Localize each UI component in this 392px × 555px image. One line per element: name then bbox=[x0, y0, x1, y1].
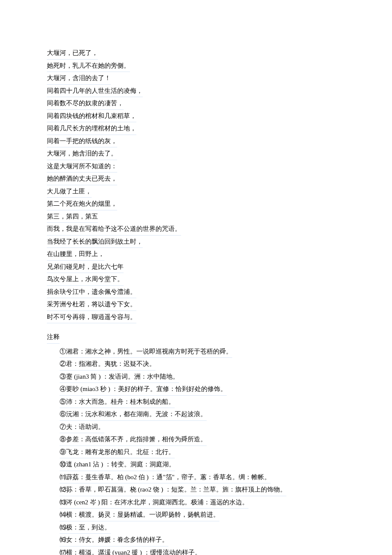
note-item: ①湘君：湘水之神，男性。一说即巡视南方时死于苍梧的舜。 bbox=[47, 345, 345, 358]
note-item: ⑩邅 (zhan1 沾 ) ：转变。洞庭：洞庭湖。 bbox=[47, 458, 345, 471]
poem-line-text: 这是大堰河所不知道的： bbox=[47, 160, 117, 173]
poem-line: 同着四十几年的人世生活的凌侮， bbox=[47, 85, 345, 98]
poem-line: 大堰河，已死了， bbox=[47, 47, 345, 60]
note-item-text: ①湘君：湘水之神，男性。一说即巡视南方时死于苍梧的舜。 bbox=[60, 345, 232, 358]
poem-line-text: 同着几尺长方的埋棺材的土地， bbox=[47, 122, 136, 135]
poem-line-text: 她死时，乳儿不在她的旁侧。 bbox=[47, 60, 130, 72]
poem-line-text: 同着四块钱的棺材和几束稻草， bbox=[47, 110, 136, 123]
poem-line-text: 当我经了长长的飘泊回到故土时， bbox=[47, 236, 143, 248]
note-item: ⑨飞龙：雕有龙形的船只。北征：北行。 bbox=[47, 446, 345, 459]
notes-title: 注释 bbox=[47, 331, 345, 344]
poem-line: 鸟次兮屋上，水周兮堂下。 bbox=[47, 273, 345, 286]
note-item-text: ⑿荪：香草，即石菖蒲。桡 (rao2 饶 ) ：短桨。兰：兰草。旌：旗杆顶上的饰… bbox=[60, 483, 286, 496]
note-item: ⑾薜荔：蔓生香草。柏 (bo2 伯 ) ：通"箔"，帘子。蕙：香草名。绸：帷帐。 bbox=[47, 471, 345, 484]
poem-line-text: 鸟次兮屋上，水周兮堂下。 bbox=[47, 273, 124, 286]
poem-line: 捐余玦兮江中，遗余佩兮澧浦。 bbox=[47, 286, 345, 299]
poem-line: 时不可兮再得，聊逍遥兮容与。 bbox=[47, 311, 345, 324]
poem-line: 她的醉酒的丈夫已死去， bbox=[47, 173, 345, 185]
poem-line-text: 而我，我是在写着给予这不公道的世界的咒语。 bbox=[47, 223, 181, 236]
note-item: ⑦夫：语助词。 bbox=[47, 421, 345, 434]
note-item-text: ⑥沅湘：沅水和湘水，都在湖南。无波：不起波浪。 bbox=[60, 408, 207, 421]
poem-line: 同着数不尽的奴隶的凄苦， bbox=[47, 97, 345, 110]
note-item-text: ⑤沛：水大而急。桂舟：桂木制成的船。 bbox=[60, 396, 175, 408]
poem-line-text: 第二个死在炮火的烟里， bbox=[47, 198, 117, 210]
poem-line: 兄弟们碰见时，是比六七年 bbox=[47, 261, 345, 273]
note-item: ⒀涔 (cen2 岑 ) 阳：在涔水北岸，洞庭湖西北。极浦：遥远的水边。 bbox=[47, 496, 345, 509]
note-item-text: ⒃女：侍女。婵媛：眷念多情的样子。 bbox=[60, 534, 168, 546]
poem-line-text: 兄弟们碰见时，是比六七年 bbox=[47, 261, 124, 273]
poem-line: 大堰河，她含泪的去了。 bbox=[47, 147, 345, 160]
poem-line-text: 第三，第四，第五 bbox=[47, 210, 98, 223]
note-item: ⒂极：至，到达。 bbox=[47, 521, 345, 534]
poem-line-text: 大儿做了土匪， bbox=[47, 185, 92, 198]
note-item-text: ⑾薜荔：蔓生香草。柏 (bo2 伯 ) ：通"箔"，帘子。蕙：香草名。绸：帷帐。 bbox=[60, 471, 271, 484]
poem-line: 这是大堰河所不知道的： bbox=[47, 160, 345, 173]
note-item: ⑤沛：水大而急。桂舟：桂木制成的船。 bbox=[47, 396, 345, 408]
poem-line-text: 时不可兮再得，聊逍遥兮容与。 bbox=[47, 311, 136, 324]
poem-line-text: 在山腰里，田野上， bbox=[47, 248, 104, 261]
poem-line-text: 同着数不尽的奴隶的凄苦， bbox=[47, 97, 124, 110]
note-item-text: ③蹇 (jian3 简 ) ：发语词。洲：水中陆地。 bbox=[60, 371, 179, 383]
poem-line: 同着一手把的纸钱的灰， bbox=[47, 135, 345, 148]
poem-line: 大儿做了土匪， bbox=[47, 185, 345, 198]
poem-block: 大堰河，已死了，她死时，乳儿不在她的旁侧。大堰河，含泪的去了！同着四十几年的人世… bbox=[47, 47, 345, 323]
poem-line: 大堰河，含泪的去了！ bbox=[47, 72, 345, 85]
poem-line: 她死时，乳儿不在她的旁侧。 bbox=[47, 60, 345, 72]
note-item: ②君：指湘君。夷犹：迟疑不决。 bbox=[47, 358, 345, 371]
note-item: ⒁横：横渡。扬灵：显扬精诚。一说即扬舲，扬帆前进。 bbox=[47, 509, 345, 521]
note-item-text: ⒂极：至，到达。 bbox=[60, 521, 111, 534]
poem-line: 而我，我是在写着给予这不公道的世界的咒语。 bbox=[47, 223, 345, 236]
poem-line-text: 她的醉酒的丈夫已死去， bbox=[47, 173, 117, 185]
poem-line-text: 大堰河，含泪的去了！ bbox=[47, 72, 111, 85]
poem-line-text: 同着四十几年的人世生活的凌侮， bbox=[47, 85, 143, 98]
poem-line-text: 大堰河，已死了， bbox=[47, 47, 98, 60]
note-item: ⒄横：横溢。潺湲 (yuan2 援 ) ：缓慢流动的样子。 bbox=[47, 546, 345, 555]
note-item: ④要眇 (miao3 秒 ) ：美好的样子。宜修：恰到好处的修饰。 bbox=[47, 383, 345, 396]
notes-block: 注释 ①湘君：湘水之神，男性。一说即巡视南方时死于苍梧的舜。②君：指湘君。夷犹：… bbox=[47, 331, 345, 555]
poem-line: 在山腰里，田野上， bbox=[47, 248, 345, 261]
note-item: ③蹇 (jian3 简 ) ：发语词。洲：水中陆地。 bbox=[47, 371, 345, 383]
note-item-text: ⒁横：横渡。扬灵：显扬精诚。一说即扬舲，扬帆前进。 bbox=[60, 509, 219, 521]
poem-line-text: 捐余玦兮江中，遗余佩兮澧浦。 bbox=[47, 286, 136, 299]
notes-list: ①湘君：湘水之神，男性。一说即巡视南方时死于苍梧的舜。②君：指湘君。夷犹：迟疑不… bbox=[47, 345, 345, 555]
note-item-text: ⒄横：横溢。潺湲 (yuan2 援 ) ：缓慢流动的样子。 bbox=[60, 546, 201, 555]
note-item-text: ⑨飞龙：雕有龙形的船只。北征：北行。 bbox=[60, 446, 175, 459]
poem-line: 同着几尺长方的埋棺材的土地， bbox=[47, 122, 345, 135]
note-item-text: ⒀涔 (cen2 岑 ) 阳：在涔水北岸，洞庭湖西北。极浦：遥远的水边。 bbox=[60, 496, 248, 509]
poem-line-text: 采芳洲兮杜若，将以遗兮下女。 bbox=[47, 298, 136, 311]
note-item: ⑥沅湘：沅水和湘水，都在湖南。无波：不起波浪。 bbox=[47, 408, 345, 421]
poem-line: 当我经了长长的飘泊回到故土时， bbox=[47, 236, 345, 248]
note-item: ⑿荪：香草，即石菖蒲。桡 (rao2 饶 ) ：短桨。兰：兰草。旌：旗杆顶上的饰… bbox=[47, 483, 345, 496]
poem-line-text: 大堰河，她含泪的去了。 bbox=[47, 147, 117, 160]
poem-line-text: 同着一手把的纸钱的灰， bbox=[47, 135, 117, 148]
note-item-text: ⑦夫：语助词。 bbox=[60, 421, 104, 434]
poem-line: 第三，第四，第五 bbox=[47, 210, 345, 223]
note-item-text: ⑩邅 (zhan1 沾 ) ：转变。洞庭：洞庭湖。 bbox=[60, 458, 175, 471]
note-item: ⒃女：侍女。婵媛：眷念多情的样子。 bbox=[47, 534, 345, 546]
poem-line: 第二个死在炮火的烟里， bbox=[47, 198, 345, 210]
poem-line: 采芳洲兮杜若，将以遗兮下女。 bbox=[47, 298, 345, 311]
note-item: ⑧参差：高低错落不齐，此指排箫，相传为舜所造。 bbox=[47, 433, 345, 446]
note-item-text: ②君：指湘君。夷犹：迟疑不决。 bbox=[60, 358, 156, 371]
note-item-text: ④要眇 (miao3 秒 ) ：美好的样子。宜修：恰到好处的修饰。 bbox=[60, 383, 227, 396]
note-item-text: ⑧参差：高低错落不齐，此指排箫，相传为舜所造。 bbox=[60, 433, 207, 446]
poem-line: 同着四块钱的棺材和几束稻草， bbox=[47, 110, 345, 123]
